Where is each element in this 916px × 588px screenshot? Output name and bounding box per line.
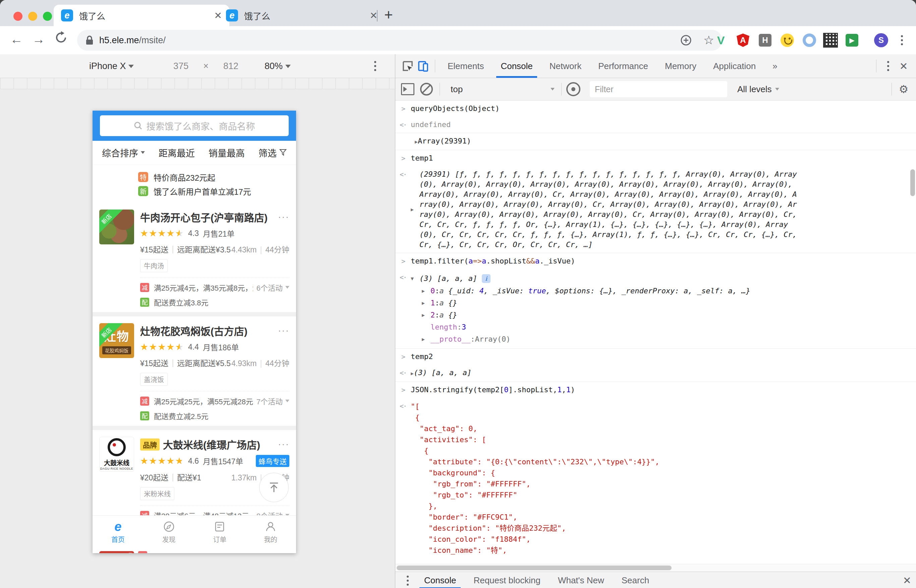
- filter-item-1[interactable]: 距离最近: [158, 146, 195, 159]
- smiley-extension-icon[interactable]: [780, 33, 795, 48]
- back-button[interactable]: ←: [10, 32, 23, 47]
- toggle-device-toolbar-icon[interactable]: [415, 58, 431, 74]
- clear-console-icon[interactable]: [419, 81, 434, 97]
- devtools-tab-elements[interactable]: Elements: [439, 54, 492, 78]
- array-property-row[interactable]: length: 3: [411, 321, 909, 333]
- tab-close-icon[interactable]: ✕: [370, 10, 378, 21]
- drawer-tab-request-blocking[interactable]: Request blocking: [465, 572, 549, 588]
- back-to-top-button[interactable]: [259, 473, 289, 502]
- array-property-row[interactable]: ▶1: a {}: [411, 297, 909, 309]
- restaurant-card[interactable]: 新店牛肉汤开心包子(沪亭南路店)···★★★★★★★★★★4.3月售21单¥15…: [92, 203, 296, 312]
- devtools-tab-performance[interactable]: Performance: [590, 54, 656, 78]
- restaurant-card[interactable]: 灶物花胶鸡焖饭新店灶物花胶鸡焖饭(古方店)···★★★★★★★★★★4.4月售1…: [92, 317, 296, 426]
- close-window-button[interactable]: [13, 12, 23, 21]
- deal-count[interactable]: 6个活动: [253, 282, 289, 292]
- console-input-text[interactable]: temp1.filter(a=>a.shopList&&a._isVue): [411, 256, 909, 266]
- drawer-tab-console[interactable]: Console: [415, 572, 465, 588]
- disclosure-triangle-icon[interactable]: ▶: [422, 285, 430, 297]
- deal-count[interactable]: 7个活动: [253, 396, 289, 406]
- angular-extension-icon[interactable]: A: [736, 33, 750, 48]
- device-select[interactable]: iPhone X: [89, 61, 134, 71]
- console-result-text[interactable]: undefined: [411, 120, 909, 130]
- disclosure-triangle-icon[interactable]: ▶: [422, 297, 430, 309]
- console-sidebar-icon[interactable]: [400, 81, 415, 97]
- discover-icon: [163, 521, 174, 532]
- drawer-kebab-icon[interactable]: [400, 573, 415, 588]
- forward-button[interactable]: →: [32, 32, 45, 47]
- drawer-tab-search[interactable]: Search: [613, 572, 658, 588]
- disclosure-triangle-icon[interactable]: ▶: [411, 205, 420, 215]
- drawer-tab-what-s-new[interactable]: What's New: [549, 572, 613, 588]
- devtools-tab-network[interactable]: Network: [541, 54, 590, 78]
- drawer-close-icon[interactable]: ✕: [903, 575, 911, 586]
- browser-tab-active[interactable]: e 饿了么 ✕: [53, 5, 229, 26]
- disclosure-triangle-icon[interactable]: ▶: [422, 309, 430, 321]
- ring-extension-icon[interactable]: [802, 33, 817, 48]
- browser-menu-kebab-icon[interactable]: [895, 33, 909, 48]
- device-toolbar-kebab-icon[interactable]: [374, 61, 376, 71]
- address-bar[interactable]: h5.ele.me/msite/ ☆: [77, 30, 722, 51]
- array-property-row[interactable]: ▶__proto__: Array(0): [411, 333, 909, 345]
- array-property-row[interactable]: ▶2: a {}: [411, 309, 909, 321]
- array-preview[interactable]: ▶(29391) [ƒ, ƒ, ƒ, ƒ, ƒ, ƒ, ƒ, ƒ, ƒ, ƒ, …: [411, 169, 909, 250]
- console-input-text[interactable]: JSON.stringify(temp2[0].shopList,1,1): [411, 385, 909, 395]
- mobile-tab-mine[interactable]: 我的: [245, 515, 296, 549]
- devtools-tab-application[interactable]: Application: [705, 54, 764, 78]
- vue-extension-icon[interactable]: V: [714, 33, 728, 48]
- array-property-row[interactable]: ▶0: a {_uid: 4, _isVue: true, $options: …: [411, 285, 909, 297]
- mobile-tab-home[interactable]: e首页: [92, 515, 144, 549]
- live-expression-eye-icon[interactable]: [565, 81, 581, 97]
- delivery-fee: 远距离配送¥3.5: [177, 243, 231, 255]
- mobile-tab-orders[interactable]: 订单: [194, 515, 246, 549]
- expanded-array-header[interactable]: ▼(3) [a, a, a]i: [411, 272, 909, 285]
- new-tab-button[interactable]: +: [384, 7, 393, 22]
- log-levels-select[interactable]: All levels: [737, 84, 779, 95]
- bookmark-star-icon[interactable]: ☆: [703, 33, 714, 47]
- console-input-text[interactable]: temp1: [411, 153, 909, 163]
- filter-item-2[interactable]: 销量最高: [208, 146, 245, 159]
- json-string-result[interactable]: "[ { "act_tag": 0, "activities": [ { "at…: [411, 401, 659, 556]
- more-options-icon[interactable]: ···: [278, 439, 289, 449]
- window-controls: [13, 12, 52, 21]
- mobile-tab-discover[interactable]: 发现: [144, 515, 194, 549]
- javascript-context-select[interactable]: top: [451, 84, 554, 95]
- console-result-text[interactable]: ▶(3) [a, a, a]: [411, 368, 909, 378]
- device-width-field[interactable]: 375: [173, 61, 188, 71]
- more-options-icon[interactable]: ···: [278, 325, 289, 336]
- qr-extension-icon[interactable]: [823, 33, 838, 48]
- search-input[interactable]: 搜索饿了么商家、商品名称: [100, 115, 289, 136]
- flag-extension-icon[interactable]: ▶: [845, 33, 859, 48]
- inspect-element-icon[interactable]: [400, 58, 415, 74]
- filter-label: 销量最高: [208, 146, 245, 159]
- hsquare-extension-icon[interactable]: H: [758, 33, 772, 48]
- more-tabs-button[interactable]: »: [764, 54, 785, 78]
- disclosure-triangle-icon[interactable]: ▶: [422, 333, 430, 345]
- console-input-text[interactable]: temp2: [411, 352, 909, 362]
- devtools-close-icon[interactable]: ✕: [896, 58, 911, 74]
- zoom-select[interactable]: 80%: [265, 61, 291, 71]
- devtools-tab-console[interactable]: Console: [492, 54, 541, 78]
- zoom-page-icon[interactable]: [680, 34, 692, 46]
- disclosure-triangle-icon[interactable]: ▼: [411, 273, 420, 284]
- vertical-scrollbar-thumb[interactable]: [910, 169, 915, 196]
- monthly-sales: 月售21单: [203, 228, 235, 239]
- reload-button[interactable]: [54, 31, 68, 44]
- filter-item-0[interactable]: 综合排序: [102, 146, 145, 159]
- more-options-icon[interactable]: ···: [278, 212, 289, 222]
- browser-tab-inactive[interactable]: e 饿了么 ✕: [219, 5, 385, 26]
- filter-item-3[interactable]: 筛选: [258, 146, 287, 159]
- horizontal-scrollbar[interactable]: [395, 564, 916, 572]
- disclosure-triangle-icon[interactable]: ▶: [411, 370, 414, 376]
- console-settings-gear-icon[interactable]: ⚙: [896, 81, 911, 97]
- console-filter-input[interactable]: [590, 81, 727, 97]
- disclosure-triangle-icon[interactable]: ▶: [415, 139, 418, 145]
- minimize-window-button[interactable]: [28, 12, 37, 21]
- tab-separator: [377, 10, 378, 21]
- devtools-tab-memory[interactable]: Memory: [656, 54, 705, 78]
- maximize-window-button[interactable]: [43, 12, 52, 21]
- avatar-extension-icon[interactable]: S: [874, 33, 889, 48]
- console-logged-value[interactable]: ▶Array(29391): [411, 136, 909, 147]
- devtools-kebab-icon[interactable]: [880, 58, 896, 74]
- console-input-text[interactable]: queryObjects(Object): [411, 103, 909, 114]
- device-height-field[interactable]: 812: [223, 61, 238, 71]
